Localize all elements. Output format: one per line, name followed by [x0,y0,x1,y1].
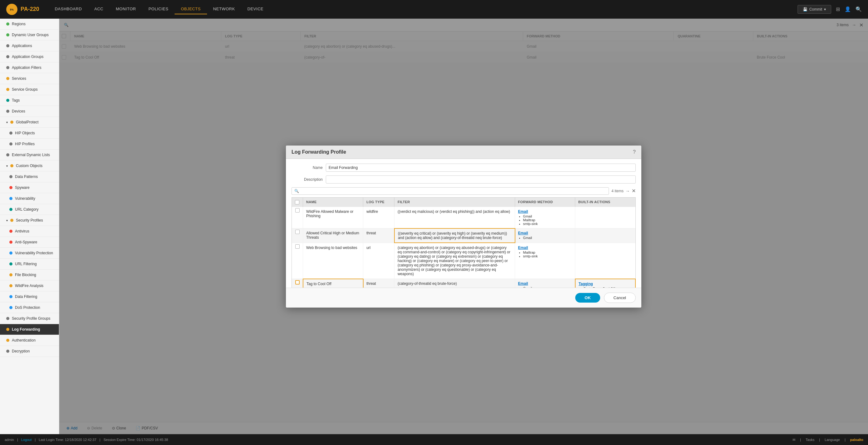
decryption-icon [6,350,9,353]
sidebar-item-devices[interactable]: Devices [0,106,59,117]
sidebar-item-application-groups[interactable]: Application Groups [0,52,59,62]
sidebar-item-decryption[interactable]: Decryption [0,346,59,357]
row2-filter-cell: ((severity eq critical) or (severity eq … [394,228,515,243]
row2-checkbox-cell [292,228,303,243]
row1-actions-cell [575,207,636,228]
row4-checkbox-cell [292,279,303,288]
sidebar-item-anti-spyware[interactable]: Anti-Spyware [0,237,59,248]
sidebar-item-vulnerability-protection[interactable]: Vulnerability Protection [0,248,59,259]
sidebar-item-spyware[interactable]: Spyware [0,182,59,193]
nav-network[interactable]: NETWORK [207,4,241,14]
sidebar-item-dos-protection[interactable]: DoS Protection [0,302,59,313]
sidebar-item-vulnerability[interactable]: Vulnerability [0,193,59,204]
status-right: ✉ | Tasks | Language | paloalto [793,438,863,442]
logo-icon: PA [6,4,18,15]
row1-logtype-cell: wildfire [363,207,394,228]
sidebar-item-security-profiles[interactable]: ▾ Security Profiles [0,215,59,226]
sidebar-item-external-dynamic-lists[interactable]: External Dynamic Lists [0,150,59,160]
inner-search-input[interactable] [301,189,606,193]
sidebar-item-application-filters[interactable]: Application Filters [0,62,59,73]
row1-fw-item-1: Gmail [523,214,538,218]
sidebar-item-regions[interactable]: Regions [0,19,59,30]
status-mail-icon[interactable]: ✉ [793,438,795,442]
nav-acc[interactable]: ACC [88,4,110,14]
row3-checkbox[interactable] [295,244,300,249]
sidebar-item-hip-profiles[interactable]: HIP Profiles [0,139,59,150]
sidebar-item-hip-objects[interactable]: HIP Objects [0,128,59,139]
cancel-button[interactable]: Cancel [604,293,636,303]
log-forwarding-icon [6,328,9,331]
sidebar-item-url-category[interactable]: URL Category [0,204,59,215]
sidebar-item-wildfire-analysis[interactable]: WildFire Analysis [0,281,59,291]
modal-help-icon[interactable]: ? [633,149,636,155]
sidebar-item-data-filtering[interactable]: Data Filtering [0,291,59,302]
top-navigation: PA PA-220 DASHBOARD ACC MONITOR POLICIES… [0,0,868,19]
status-paloalto: paloalto [850,438,863,442]
sidebar-item-services[interactable]: Services [0,73,59,84]
ok-button[interactable]: OK [575,293,600,303]
row1-forward-cell: Email Gmail Mailtrap smtp-sink [515,207,575,228]
items-indicator: 4 items → ✕ [611,188,636,194]
name-row: Name [291,164,636,172]
sidebar-item-antivirus[interactable]: Antivirus [0,226,59,237]
nav-policies[interactable]: POLICIES [142,4,175,14]
col-log-type-header: LOG TYPE [363,197,394,207]
app-logo: PA PA-220 [6,4,39,15]
row2-checkbox[interactable] [295,230,300,234]
nav-objects[interactable]: OBJECTS [175,4,207,14]
status-tasks[interactable]: Tasks [806,438,814,442]
table-row: Allowed Critical High or Medium Threats … [292,228,636,243]
modal-body: Name Description 🔍 [286,159,641,288]
service-groups-icon [6,88,9,91]
select-all-inner-checkbox[interactable] [295,200,299,204]
dynamic-user-groups-icon [6,33,9,36]
status-logout[interactable]: Logout [21,438,32,442]
status-bar: admin | Logout | Last Login Time: 12/18/… [0,434,868,445]
application-groups-icon [6,55,9,58]
sidebar-item-log-forwarding[interactable]: Log Forwarding [0,324,59,335]
row2-forward-cell: Email Gmail [515,228,575,243]
user-icon[interactable]: 👤 [845,6,851,12]
sidebar-item-service-groups[interactable]: Service Groups [0,84,59,95]
nav-dashboard[interactable]: DASHBOARD [49,4,88,14]
row3-email-link[interactable]: Email [518,246,528,250]
name-input[interactable] [326,164,636,172]
main-nav: DASHBOARD ACC MONITOR POLICIES OBJECTS N… [49,4,788,14]
services-icon [6,77,9,80]
row4-email-link[interactable]: Email [518,281,528,286]
save-icon[interactable]: ⊞ [836,6,840,12]
col-builtin-actions-header: BUILT-IN ACTIONS [575,197,636,207]
sidebar-item-dynamic-user-groups[interactable]: Dynamic User Groups [0,30,59,40]
name-label: Name [291,165,323,170]
nav-monitor[interactable]: MONITOR [110,4,143,14]
row1-checkbox[interactable] [295,208,300,213]
row2-actions-cell [575,228,636,243]
sidebar-item-authentication[interactable]: Authentication [0,335,59,346]
row3-actions-cell [575,243,636,279]
status-last-login: Last Login Time: 12/18/2020 12:42:37 [39,438,96,442]
row3-filter-cell: (category eq abortion) or (category eq a… [394,243,515,279]
row4-checkbox[interactable] [295,280,300,285]
status-language[interactable]: Language [825,438,840,442]
sidebar-item-applications[interactable]: Applications [0,40,59,52]
description-input[interactable] [326,176,636,184]
sidebar-item-data-patterns[interactable]: Data Patterns [0,171,59,182]
hip-objects-icon [9,131,12,135]
inner-close-icon[interactable]: ✕ [632,188,636,194]
sidebar-item-file-blocking[interactable]: File Blocking [0,269,59,281]
row1-email-link[interactable]: Email [518,210,528,214]
row2-email-link[interactable]: Email [518,231,528,235]
sidebar-item-url-filtering[interactable]: URL Filtering [0,259,59,269]
wildfire-analysis-icon [9,284,12,287]
nav-device[interactable]: DEVICE [241,4,270,14]
commit-button[interactable]: 💾 Commit ▾ [798,5,831,14]
search-icon[interactable]: 🔍 [856,6,862,12]
sidebar-item-globalprotect[interactable]: ▾ GlobalProtect [0,117,59,128]
row4-tagging-link[interactable]: Tagging [579,282,615,286]
sidebar-item-custom-objects[interactable]: ▾ Custom Objects [0,160,59,171]
col-name-header: NAME [303,197,363,207]
main-layout: Regions Dynamic User Groups Applications… [0,19,868,434]
sidebar-item-security-profile-groups[interactable]: Security Profile Groups [0,313,59,324]
sidebar-item-tags[interactable]: Tags [0,95,59,106]
inner-nav-icon[interactable]: → [625,189,630,193]
